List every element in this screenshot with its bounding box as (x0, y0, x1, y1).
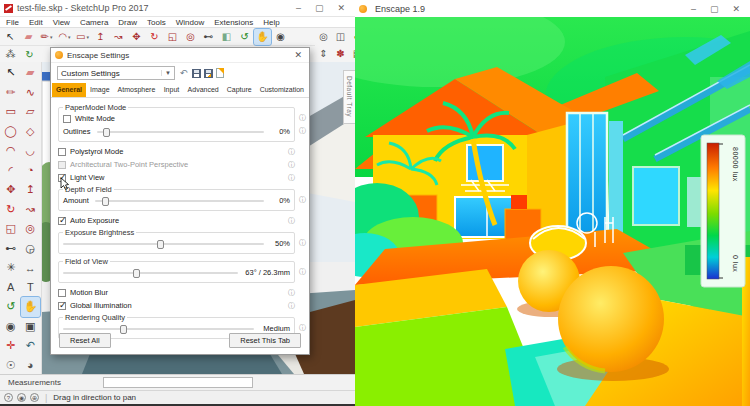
toolbar-follow-me-tool[interactable]: ↝ (110, 29, 127, 45)
toolbar-vegetation[interactable]: ✽ (332, 45, 349, 61)
preset-dropdown[interactable]: Custom Settings ▼ (57, 66, 175, 80)
toolbar-paint-bucket-tool[interactable]: ◧ (218, 29, 235, 45)
palette-pan-tool[interactable]: ✋ (21, 297, 41, 317)
palette-zoom-tool[interactable]: ◉ (1, 317, 21, 337)
palette-previous-view-tool[interactable]: ↶ (21, 336, 41, 356)
motion-blur-label[interactable]: Motion Blur (70, 288, 108, 297)
save-preset-icon[interactable] (192, 69, 201, 78)
tab-2[interactable]: Atmosphere (114, 83, 160, 97)
menu-item[interactable]: Camera (80, 18, 108, 27)
palette-push-pull-tool[interactable]: ↥ (21, 180, 41, 200)
palette-3d-text-tool[interactable]: T (21, 278, 41, 298)
palette-zoom-extents-tool[interactable]: ✛ (1, 336, 21, 356)
rendering-quality-slider[interactable] (63, 324, 254, 334)
toolbar-zoom-tool[interactable]: ◉ (272, 29, 289, 45)
info-icon[interactable]: ⓘ (288, 160, 295, 170)
minimize-button[interactable]: – (691, 4, 696, 14)
auto-exposure-label[interactable]: Auto Exposure (70, 216, 119, 225)
info-icon[interactable]: ⓘ (288, 216, 295, 226)
white-mode-checkbox[interactable] (63, 115, 71, 123)
light-view-label[interactable]: Light View (70, 173, 104, 182)
reset-this-tab-button[interactable]: Reset This Tab (229, 333, 301, 348)
palette-move-tool[interactable]: ✥ (1, 180, 21, 200)
toolbar-line-tool[interactable]: ✏ (38, 29, 55, 45)
palette-line-tool[interactable]: ✏ (1, 83, 21, 103)
credits-icon[interactable]: ⊕ (30, 393, 39, 402)
two-point-checkbox[interactable] (58, 161, 66, 169)
measurements-input[interactable] (103, 377, 253, 388)
palette-arc-tool[interactable]: ◠ (1, 141, 21, 161)
tab-4[interactable]: Advanced (184, 83, 223, 97)
exposure-brightness-slider[interactable] (63, 239, 264, 249)
toolbar-offset-tool[interactable]: ◎ (182, 29, 199, 45)
toolbar-walk-tool[interactable]: ⁂ (2, 46, 19, 62)
palette-text-tool[interactable]: A (1, 278, 21, 298)
toolbar-scale-tool[interactable]: ◱ (164, 29, 181, 45)
palette-pie-tool[interactable]: ◔ (21, 161, 41, 181)
new-preset-icon[interactable] (216, 68, 224, 78)
global-illumination-checkbox[interactable] (58, 302, 66, 310)
tab-6[interactable]: Customization (256, 83, 308, 97)
palette-select-tool[interactable]: ↖ (1, 63, 21, 83)
motion-blur-checkbox[interactable] (58, 289, 66, 297)
palette-axes-tool[interactable]: ✳ (1, 258, 21, 278)
close-button[interactable]: ✕ (732, 4, 740, 14)
info-icon[interactable]: ⓘ (299, 268, 306, 275)
menu-item[interactable]: Help (263, 18, 279, 27)
tab-5[interactable]: Capture (223, 83, 256, 97)
dof-amount-slider[interactable] (95, 196, 264, 206)
maximize-button[interactable]: ▢ (315, 3, 324, 13)
undo-icon[interactable]: ↶ (178, 68, 189, 78)
palette-orbit-tool[interactable]: ↺ (1, 297, 21, 317)
enscape-titlebar[interactable]: Enscape 1.9 – ▢ ✕ (355, 0, 750, 17)
menu-item[interactable]: View (53, 18, 70, 27)
palette-look-around-tool[interactable]: ◕ (21, 356, 41, 376)
info-icon[interactable]: ⓘ (299, 324, 306, 331)
polystyrol-checkbox[interactable] (58, 148, 66, 156)
toolbar-zoom-fit[interactable]: ⇕ (315, 45, 332, 61)
tab-0[interactable]: General (52, 83, 86, 97)
toolbar-hidden-geometry[interactable]: ◎ (315, 28, 332, 44)
toolbar-select-tool[interactable]: ↖ (2, 29, 19, 45)
toolbar-refresh-scene[interactable]: ↻ (21, 46, 38, 62)
info-icon[interactable]: ⓘ (288, 173, 295, 183)
menu-item[interactable]: Extensions (214, 18, 253, 27)
info-icon[interactable]: ⓘ (299, 114, 306, 121)
palette-position-camera-tool[interactable]: ☉ (1, 356, 21, 376)
toolbar-rectangle-tool[interactable]: ▭ (74, 29, 91, 45)
menu-item[interactable]: Tools (147, 18, 166, 27)
palette-freehand-tool[interactable]: ∿ (21, 83, 41, 103)
white-mode-label[interactable]: White Mode (75, 114, 115, 123)
palette-rotated-rectangle-tool[interactable]: ▱ (21, 102, 41, 122)
auto-exposure-checkbox[interactable] (58, 217, 66, 225)
toolbar-orbit-tool[interactable]: ↺ (236, 29, 253, 45)
palette-offset-tool[interactable]: ◎ (21, 219, 41, 239)
geolocation-icon[interactable]: ◉ (17, 393, 26, 402)
menu-item[interactable]: Window (176, 18, 204, 27)
tab-3[interactable]: Input (159, 83, 183, 97)
info-icon[interactable]: ⓘ (299, 196, 306, 203)
reset-all-button[interactable]: Reset All (59, 333, 111, 348)
toolbar-move-tool[interactable]: ✥ (128, 29, 145, 45)
info-icon[interactable]: ⓘ (288, 288, 295, 298)
palette-eraser-tool[interactable]: ▰ (21, 63, 41, 83)
menu-item[interactable]: File (6, 18, 19, 27)
maximize-button[interactable]: ▢ (710, 4, 719, 14)
default-tray-tab[interactable]: Default Tray (343, 70, 355, 124)
toolbar-eraser-tool[interactable]: ▰ (20, 29, 37, 45)
menu-item[interactable]: Edit (29, 18, 43, 27)
help-icon[interactable]: ? (4, 393, 13, 402)
field-of-view-slider[interactable] (63, 268, 238, 278)
tab-1[interactable]: Image (86, 83, 113, 97)
palette-tape-measure-tool[interactable]: ⊷ (1, 239, 21, 259)
render-viewport[interactable]: 80000 lux 0 lux (355, 17, 750, 406)
palette-scale-tool[interactable]: ◱ (1, 219, 21, 239)
palette-polygon-tool[interactable]: ◇ (21, 122, 41, 142)
close-button[interactable]: ✕ (337, 3, 345, 13)
polystyrol-label[interactable]: Polystyrol Mode (70, 147, 123, 156)
info-icon[interactable]: ⓘ (288, 147, 295, 157)
toolbar-arc-tool[interactable]: ◠ (56, 29, 73, 45)
toolbar-push-pull-tool[interactable]: ↥ (92, 29, 109, 45)
menu-item[interactable]: Draw (118, 18, 137, 27)
toolbar-tape-measure-tool[interactable]: ⊷ (200, 29, 217, 45)
